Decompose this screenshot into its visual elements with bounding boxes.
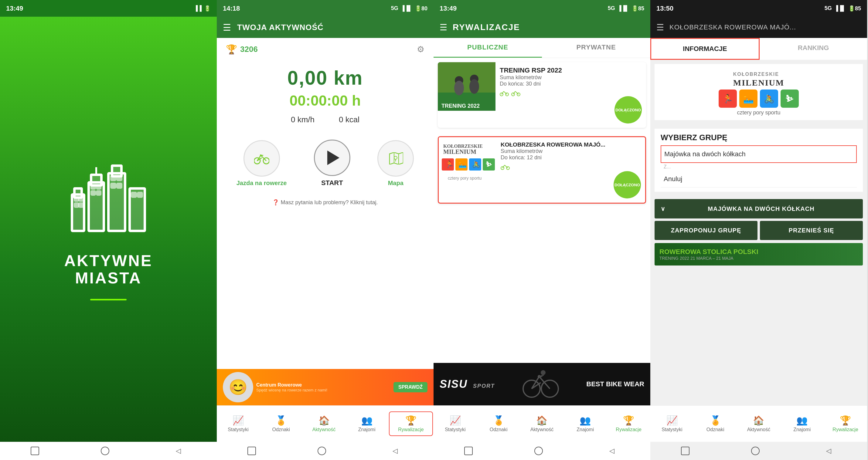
bike-ad-image [523, 369, 559, 399]
back-btn-2[interactable] [247, 447, 256, 455]
home-btn-1[interactable] [101, 447, 109, 455]
home-btn-2[interactable] [317, 447, 326, 455]
svg-point-73 [541, 370, 546, 375]
card2-bike-icon [501, 163, 510, 170]
battery-3: 🔋85 [631, 5, 644, 12]
svg-rect-11 [80, 204, 83, 207]
svg-rect-16 [112, 176, 115, 180]
recents-btn-2[interactable]: ◁ [388, 443, 403, 458]
panel-detail: 13:50 5G ▐▐▌ 🔋85 ☰ KOŁOBRZESKA ROWEROWA … [650, 0, 867, 460]
ad-title: Centrum Rowerowe [256, 382, 391, 388]
ad-cta-button[interactable]: SPRAWDŹ [394, 382, 428, 392]
nav-statystyki-3[interactable]: 📈 Statystyki [434, 412, 477, 435]
group-cancel[interactable]: Anuluj [661, 171, 857, 188]
nav-rywalizacje-3[interactable]: 🏆 Rywalizacje [607, 412, 650, 435]
nav-aktywnosc-3[interactable]: 🏠 Aktywność [520, 412, 564, 435]
nav-odznaki-3[interactable]: 🏅 Odznaki [477, 412, 520, 435]
competition-icon-3: 🏆 [623, 415, 634, 426]
ad-banner[interactable]: 😊 Centrum Rowerowe Spędź wiosnę na rower… [217, 369, 434, 405]
map-circle[interactable] [377, 140, 414, 176]
svg-rect-2 [89, 183, 104, 231]
trophy-icon: 🏆 [226, 44, 237, 55]
hamburger-icon-4[interactable]: ☰ [656, 23, 664, 32]
hamburger-icon-3[interactable]: ☰ [440, 23, 447, 32]
badge-icon-3: 🏅 [493, 415, 504, 426]
back-btn-3[interactable] [464, 447, 473, 455]
group-option-1[interactable]: Majówka na dwóch kółkach [661, 145, 857, 163]
nav-odznaki-2[interactable]: 🏅 Odznaki [259, 412, 302, 435]
friends-icon-4: 👥 [796, 415, 808, 426]
tab-publiczne[interactable]: PUBLICZNE [434, 38, 542, 58]
time-display: 00:00:00 h [290, 92, 361, 109]
svg-marker-29 [390, 152, 403, 164]
nav-rywalizacje-4[interactable]: 🏆 Rywalizacje [824, 412, 867, 435]
bike-circle[interactable] [244, 140, 280, 176]
card2-meta1: Suma kilometrów [501, 148, 641, 155]
nav-rywalizacje-2[interactable]: 🏆 Rywalizacje [389, 412, 433, 436]
card1-bike-icon2 [511, 90, 520, 96]
back-btn-4[interactable] [681, 447, 689, 455]
svg-rect-17 [118, 176, 121, 180]
card1-meta2: Do końca: 30 dni [500, 81, 642, 87]
svg-text:🏊: 🏊 [459, 160, 467, 168]
panel-rywalizacje: 13:49 5G ▐▐▌ 🔋85 ☰ RYWALIZACJE PUBLICZNE… [434, 0, 650, 460]
hamburger-icon[interactable]: ☰ [223, 22, 231, 33]
status-icons-4: 5G ▐▐▌ 🔋85 [825, 5, 861, 12]
help-text[interactable]: ❓ Masz pytania lub problemy? Kliknij tut… [217, 196, 434, 209]
recents-btn-1[interactable]: ◁ [171, 443, 186, 458]
rowerowa-sub: TRENING 2022 21 MARCA – 21 MAJA [659, 256, 758, 261]
competition-icon-2: 🏆 [405, 415, 416, 426]
btn-move[interactable]: PRZENIEŚ SIĘ [760, 221, 863, 240]
card1-cycling-image: TRENING 2022 21 MARCA – 21 MAJA [438, 62, 495, 111]
svg-text:MILENIUM: MILENIUM [443, 149, 476, 155]
svg-text:TRENING 2022: TRENING 2022 [441, 103, 480, 109]
sport-badge-run: 🏃 [719, 90, 737, 108]
tab-ranking[interactable]: RANKING [760, 38, 867, 60]
home-icon-2: 🏠 [318, 415, 330, 426]
nav-statystyki-2[interactable]: 📈 Statystyki [217, 412, 259, 435]
friends-icon-2: 👥 [361, 415, 373, 426]
stats-icon-2: 📈 [232, 415, 244, 426]
recents-btn-4[interactable]: ◁ [821, 443, 836, 458]
card1-image: TRENING 2022 21 MARCA – 21 MAJA [438, 62, 495, 111]
nav-odznaki-4[interactable]: 🏅 Odznaki [694, 412, 737, 435]
play-icon [327, 151, 339, 165]
action-buttons: ∨ MAJÓWKA NA DWÓCH KÓŁKACH ZAPROPONUJ GR… [655, 199, 863, 240]
group-selection-block: WYBIERZ GRUPĘ Majówka na dwóch kółkach Z… [655, 129, 863, 192]
nav-znajomi-4[interactable]: 👥 Znajomi [780, 412, 824, 435]
competition-card-2[interactable]: KOŁOBRZESKIE MILENIUM 🏃 🏊 🚴 ⛷ cztery por… [438, 136, 646, 204]
nav-aktywnosc-2[interactable]: 🏠 Aktywność [302, 412, 345, 435]
nav-znajomi-2[interactable]: 👥 Znajomi [345, 412, 388, 435]
battery-4: 🔋85 [848, 5, 861, 12]
stats-icon-3: 📈 [450, 415, 461, 426]
status-time-3: 13:49 [440, 5, 457, 12]
bike-control[interactable]: Jazda na rowerze [237, 140, 287, 187]
btn-propose[interactable]: ZAPROPONUJ GRUPĘ [655, 221, 757, 240]
best-bike-wear-logo: BEST BIKE WEAR [586, 381, 644, 388]
bottom-nav-2: 📈 Statystyki 🏅 Odznaki 🏠 Aktywność 👥 Zna… [217, 405, 434, 442]
home-btn-3[interactable] [534, 447, 543, 455]
start-control[interactable]: START [314, 139, 350, 187]
competition-card-1[interactable]: TRENING 2022 21 MARCA – 21 MAJA TRENING … [438, 62, 646, 128]
card1-badge: DOŁĄCZONO [615, 96, 642, 124]
start-circle[interactable] [314, 139, 350, 176]
activity-controls: Jazda na rowerze START Mapa [217, 130, 434, 196]
home-btn-4[interactable] [751, 447, 760, 455]
nav-aktywnosc-4[interactable]: 🏠 Aktywność [737, 412, 781, 435]
recents-btn-3[interactable]: ◁ [604, 443, 620, 458]
bike-icon [254, 152, 269, 164]
settings-icon[interactable]: ⚙ [417, 44, 425, 54]
bottom-nav-3: 📈 Statystyki 🏅 Odznaki 🏠 Aktywność 👥 Zna… [434, 405, 650, 442]
splash-content: AKTYWNE MIASTA [0, 17, 217, 442]
svg-text:KOŁOBRZESKIE: KOŁOBRZESKIE [443, 143, 483, 149]
tab-informacje[interactable]: INFORMACJE [650, 38, 760, 60]
card2-sponsor-image: KOŁOBRZESKIE MILENIUM 🏃 🏊 🚴 ⛷ cztery por… [439, 137, 496, 186]
btn-group-name[interactable]: ∨ MAJÓWKA NA DWÓCH KÓŁKACH [655, 199, 863, 219]
svg-rect-5 [108, 173, 125, 231]
map-control[interactable]: Mapa [377, 140, 414, 187]
nav-statystyki-4[interactable]: 📈 Statystyki [650, 412, 694, 435]
back-btn-1[interactable] [31, 447, 39, 455]
svg-rect-9 [80, 198, 83, 201]
tab-prywatne[interactable]: PRYWATNE [542, 38, 650, 58]
nav-znajomi-3[interactable]: 👥 Znajomi [563, 412, 607, 435]
